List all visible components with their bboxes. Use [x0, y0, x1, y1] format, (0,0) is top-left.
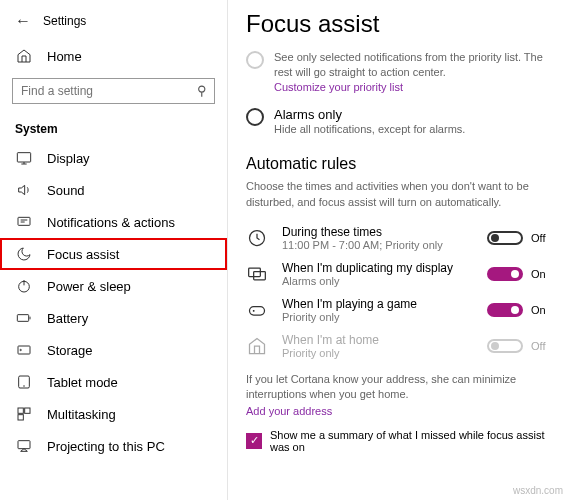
svg-rect-1 — [18, 217, 30, 225]
sidebar-item-notifications[interactable]: Notifications & actions — [0, 206, 227, 238]
svg-point-7 — [24, 386, 25, 387]
notifications-icon — [15, 214, 33, 230]
sidebar-item-battery[interactable]: Battery — [0, 302, 227, 334]
game-icon — [246, 300, 268, 320]
sidebar-item-tablet[interactable]: Tablet mode — [0, 366, 227, 398]
window-header: ← Settings — [0, 8, 227, 40]
home-icon — [15, 48, 33, 64]
back-arrow-icon[interactable]: ← — [15, 12, 31, 30]
customize-priority-link[interactable]: Customize your priority list — [274, 81, 551, 93]
rule-during-times[interactable]: During these times 11:00 PM - 7:00 AM; P… — [246, 220, 551, 256]
svg-point-5 — [20, 349, 21, 350]
section-heading: Automatic rules — [246, 155, 551, 173]
sidebar-item-display[interactable]: Display — [0, 142, 227, 174]
sidebar-item-power[interactable]: Power & sleep — [0, 270, 227, 302]
rule-toggle[interactable]: On — [487, 303, 551, 317]
storage-icon — [15, 342, 33, 358]
rule-toggle[interactable]: On — [487, 267, 551, 281]
option-description: See only selected notifications from the… — [274, 50, 551, 81]
rule-duplicating-display[interactable]: When I'm duplicating my display Alarms o… — [246, 256, 551, 292]
toggle-state: On — [531, 268, 551, 280]
display-icon — [15, 150, 33, 166]
project-icon — [15, 438, 33, 454]
option-alarms-only[interactable]: Alarms only Hide all notifications, exce… — [246, 105, 551, 141]
sidebar-item-label: Home — [47, 49, 82, 64]
toggle-state: Off — [531, 340, 551, 352]
svg-rect-14 — [254, 271, 266, 279]
rule-detail: Alarms only — [282, 275, 473, 287]
sidebar-item-label: Notifications & actions — [47, 215, 175, 230]
option-priority-only[interactable]: See only selected notifications from the… — [246, 48, 551, 97]
sidebar-item-multitasking[interactable]: Multitasking — [0, 398, 227, 430]
rule-toggle[interactable]: Off — [487, 231, 551, 245]
sound-icon — [15, 182, 33, 198]
svg-rect-0 — [17, 153, 30, 162]
power-icon — [15, 278, 33, 294]
sidebar-item-label: Power & sleep — [47, 279, 131, 294]
sidebar-item-projecting[interactable]: Projecting to this PC — [0, 430, 227, 462]
sidebar-item-storage[interactable]: Storage — [0, 334, 227, 366]
summary-label: Show me a summary of what I missed while… — [270, 429, 551, 453]
sidebar-item-label: Display — [47, 151, 90, 166]
svg-rect-9 — [25, 408, 30, 413]
toggle-state: On — [531, 304, 551, 316]
page-title: Focus assist — [246, 10, 551, 38]
sidebar-item-home[interactable]: Home — [0, 40, 227, 72]
rule-detail: Priority only — [282, 311, 473, 323]
svg-rect-15 — [250, 307, 265, 315]
sidebar-item-focus-assist[interactable]: Focus assist — [0, 238, 227, 270]
sidebar: ← Settings Home ⚲ System Display Sound N… — [0, 0, 228, 500]
search-input[interactable] — [12, 78, 215, 104]
battery-icon — [15, 310, 33, 326]
cortana-info: If you let Cortana know your address, sh… — [246, 372, 551, 403]
add-address-link[interactable]: Add your address — [246, 405, 551, 417]
moon-icon — [15, 246, 33, 262]
rule-title: When I'm playing a game — [282, 297, 473, 311]
rule-toggle: Off — [487, 339, 551, 353]
main-content: Focus assist See only selected notificat… — [228, 0, 569, 500]
summary-checkbox-row[interactable]: ✓ Show me a summary of what I missed whi… — [246, 429, 551, 453]
toggle-state: Off — [531, 232, 551, 244]
sidebar-item-label: Battery — [47, 311, 88, 326]
sidebar-item-label: Sound — [47, 183, 85, 198]
sidebar-item-label: Projecting to this PC — [47, 439, 165, 454]
sidebar-item-label: Multitasking — [47, 407, 116, 422]
radio-icon — [246, 51, 264, 69]
sidebar-item-sound[interactable]: Sound — [0, 174, 227, 206]
sidebar-item-label: Storage — [47, 343, 93, 358]
rule-detail: Priority only — [282, 347, 473, 359]
option-title: Alarms only — [274, 107, 465, 122]
radio-icon — [246, 108, 264, 126]
rule-title: During these times — [282, 225, 473, 239]
svg-rect-11 — [18, 441, 30, 449]
svg-rect-13 — [249, 268, 261, 276]
rule-detail: 11:00 PM - 7:00 AM; Priority only — [282, 239, 473, 251]
watermark: wsxdn.com — [513, 485, 563, 496]
clock-icon — [246, 228, 268, 248]
header-title: Settings — [43, 14, 86, 28]
svg-rect-10 — [18, 415, 23, 420]
duplicate-display-icon — [246, 264, 268, 284]
rule-title: When I'm duplicating my display — [282, 261, 473, 275]
rule-playing-game[interactable]: When I'm playing a game Priority only On — [246, 292, 551, 328]
sidebar-item-label: Focus assist — [47, 247, 119, 262]
sidebar-section-header: System — [0, 112, 227, 142]
search-icon: ⚲ — [197, 83, 207, 98]
search-box[interactable]: ⚲ — [12, 78, 215, 104]
sidebar-item-label: Tablet mode — [47, 375, 118, 390]
home-icon — [246, 336, 268, 356]
multitasking-icon — [15, 406, 33, 422]
option-description: Hide all notifications, except for alarm… — [274, 122, 465, 137]
rule-at-home: When I'm at home Priority only Off — [246, 328, 551, 364]
checkbox-icon: ✓ — [246, 433, 262, 449]
svg-rect-8 — [18, 408, 23, 413]
rule-title: When I'm at home — [282, 333, 473, 347]
tablet-icon — [15, 374, 33, 390]
section-description: Choose the times and activities when you… — [246, 179, 551, 210]
svg-rect-3 — [17, 315, 28, 322]
